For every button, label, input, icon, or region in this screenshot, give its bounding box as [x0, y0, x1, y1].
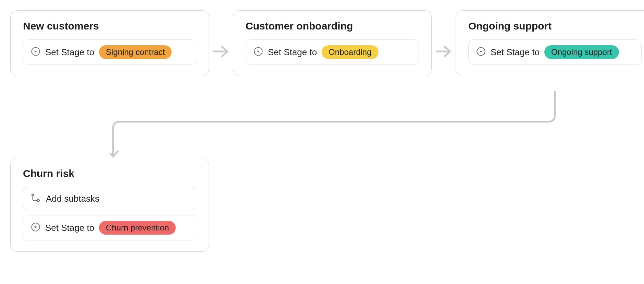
- arrow-right-icon: [212, 45, 230, 58]
- node-title: New customers: [23, 20, 196, 32]
- node-title: Churn risk: [23, 168, 196, 179]
- workflow-node-customer-onboarding[interactable]: Customer onboarding Set Stage to Onboard…: [233, 10, 432, 76]
- action-label: Set Stage to: [268, 47, 317, 58]
- svg-point-4: [37, 199, 40, 202]
- action-label: Set Stage to: [45, 47, 94, 58]
- action-label: Set Stage to: [45, 223, 94, 233]
- action-add-subtasks[interactable]: Add subtasks: [23, 187, 196, 210]
- caret-down-circle-icon: [31, 47, 40, 58]
- workflow-node-churn-risk[interactable]: Churn risk Add subtasks Set Stage to Chu…: [10, 158, 209, 252]
- action-set-stage[interactable]: Set Stage to Signing contract: [23, 39, 196, 65]
- connector-arrow-icon: [110, 91, 562, 159]
- stage-badge: Onboarding: [322, 45, 378, 59]
- stage-badge: Ongoing support: [544, 45, 619, 59]
- action-label: Set Stage to: [491, 47, 540, 58]
- stage-badge: Churn prevention: [99, 221, 176, 235]
- caret-down-circle-icon: [476, 47, 486, 58]
- action-set-stage[interactable]: Set Stage to Churn prevention: [23, 215, 196, 240]
- node-title: Ongoing support: [468, 20, 642, 32]
- action-set-stage[interactable]: Set Stage to Onboarding: [246, 39, 419, 65]
- action-label: Add subtasks: [46, 193, 99, 204]
- caret-down-circle-icon: [253, 47, 263, 58]
- action-set-stage[interactable]: Set Stage to Ongoing support: [468, 39, 642, 65]
- workflow-node-ongoing-support[interactable]: Ongoing support Set Stage to Ongoing sup…: [456, 10, 644, 76]
- caret-down-circle-icon: [31, 222, 40, 233]
- node-title: Customer onboarding: [246, 20, 419, 32]
- stage-badge: Signing contract: [99, 45, 172, 59]
- subtasks-icon: [31, 193, 41, 204]
- svg-point-3: [32, 194, 34, 196]
- arrow-right-icon: [435, 45, 452, 58]
- workflow-node-new-customers[interactable]: New customers Set Stage to Signing contr…: [10, 10, 209, 76]
